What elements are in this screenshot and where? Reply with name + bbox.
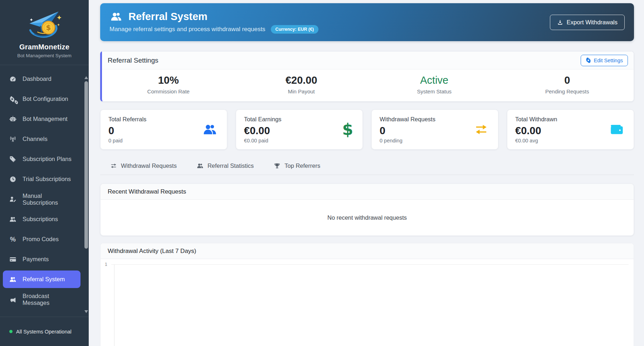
min-payout-stat: €20.00 Min Payout — [235, 74, 368, 94]
sidebar-item-subscription-plans[interactable]: Subscription Plans — [3, 150, 80, 168]
min-payout-value: €20.00 — [235, 74, 368, 86]
page-title: Referral System — [128, 11, 208, 23]
gear-icon — [586, 58, 591, 63]
withdrawal-activity-chart: 1 — [101, 259, 634, 346]
trophy-icon — [274, 162, 280, 169]
bullhorn-icon — [9, 295, 17, 304]
status-dot-icon — [9, 330, 13, 333]
system-status-label: All Systems Operational — [16, 329, 72, 335]
svg-text:$: $ — [46, 24, 51, 32]
sidebar-item-subscriptions[interactable]: Subscriptions — [3, 210, 80, 228]
export-withdrawals-button[interactable]: Export Withdrawals — [550, 15, 625, 30]
tab-label: Referral Statistics — [208, 162, 254, 169]
sidebar-item-dashboard[interactable]: Dashboard — [3, 70, 80, 88]
broadcast-tower-icon — [9, 135, 17, 143]
scrollbar-up-arrow-icon[interactable] — [84, 76, 88, 79]
pending-requests-value: 0 — [501, 74, 634, 86]
chart-y-axis — [114, 264, 114, 346]
page-header-banner: Referral System Manage referral settings… — [100, 3, 634, 41]
withdrawal-requests-sub: 0 pending — [380, 138, 490, 143]
tab-withdrawal-requests[interactable]: Withdrawal Requests — [110, 162, 177, 169]
content-tabs: Withdrawal Requests Referral Statistics … — [100, 162, 634, 175]
export-withdrawals-label: Export Withdrawals — [567, 19, 618, 26]
download-icon — [557, 19, 563, 25]
sidebar-item-promo-codes[interactable]: % Promo Codes — [3, 230, 80, 248]
sidebar-nav: Dashboard Bot Configuration Bot Manageme… — [0, 65, 89, 317]
sidebar-item-label: Broadcast Messages — [23, 293, 75, 306]
system-status-stat-label: System Status — [368, 88, 501, 94]
pending-requests-stat: 0 Pending Requests — [501, 74, 634, 94]
currency-badge: Currency: EUR (€) — [271, 25, 319, 34]
sidebar-item-bot-configuration[interactable]: Bot Configuration — [3, 90, 80, 108]
users-icon — [197, 162, 204, 169]
pending-requests-label: Pending Requests — [501, 88, 634, 94]
referral-settings-card: Referral Settings Edit Settings 10% Comm… — [100, 51, 634, 102]
total-earnings-sub: €0.00 paid — [244, 138, 355, 143]
sidebar-item-label: Subscription Plans — [23, 156, 72, 162]
users-icon — [203, 122, 218, 137]
users-icon — [9, 215, 17, 224]
sidebar-footer: All Systems Operational — [0, 317, 89, 346]
recent-withdrawal-empty-state: No recent withdrawal requests — [101, 200, 634, 235]
credit-card-icon — [9, 255, 17, 264]
commission-rate-label: Commission Rate — [102, 88, 235, 94]
robot-icon — [9, 115, 17, 123]
exchange-arrows-icon — [110, 162, 117, 169]
sidebar-item-label: Bot Configuration — [23, 96, 68, 102]
scrollbar-down-arrow-icon[interactable] — [84, 310, 88, 313]
brand: $ GramMonetize Bot Management System — [0, 0, 89, 65]
chart-y-tick: 1 — [105, 262, 107, 267]
main-content: Referral System Manage referral settings… — [89, 0, 644, 346]
sidebar-item-channels[interactable]: Channels — [3, 130, 80, 148]
gauge-icon — [9, 75, 17, 83]
total-earnings-title: Total Earnings — [244, 116, 355, 123]
sidebar-scrollbar — [84, 76, 88, 315]
users-icon — [109, 11, 123, 23]
tags-icon — [9, 155, 17, 164]
clock-icon — [9, 175, 17, 184]
dollar-sign-icon: $ — [342, 122, 353, 137]
brand-title: GramMonetize — [4, 43, 85, 51]
referral-settings-title: Referral Settings — [108, 57, 158, 64]
referral-settings-stats: 10% Commission Rate €20.00 Min Payout Ac… — [102, 69, 634, 101]
sidebar-item-trial-subscriptions[interactable]: Trial Subscriptions — [3, 170, 80, 188]
scrollbar-thumb[interactable] — [84, 81, 88, 249]
sidebar-item-manual-subscriptions[interactable]: Manual Subscriptions — [3, 190, 80, 208]
withdrawal-requests-card: Withdrawal Requests 0 0 pending — [371, 109, 498, 150]
sidebar-item-label: Subscriptions — [23, 216, 58, 223]
wallet-icon — [609, 122, 624, 137]
system-status-stat: Active System Status — [368, 74, 501, 94]
tab-label: Top Referrers — [284, 162, 320, 169]
sidebar-item-broadcast-messages[interactable]: Broadcast Messages — [3, 291, 80, 308]
user-pen-icon — [9, 195, 17, 204]
paper-plane-coin-logo-icon: $ — [26, 8, 63, 41]
withdrawal-activity-title: Withdrawal Activity (Last 7 Days) — [101, 243, 634, 259]
total-referrals-sub: 0 paid — [108, 138, 219, 143]
tab-referral-statistics[interactable]: Referral Statistics — [197, 162, 254, 169]
system-status-value: Active — [368, 74, 501, 86]
users-icon — [9, 275, 17, 284]
sidebar-item-label: Bot Management — [23, 116, 68, 122]
total-withdrawn-sub: €0.00 avg — [515, 138, 626, 143]
brand-subtitle: Bot Management System — [4, 53, 85, 58]
sidebar-item-label: Channels — [23, 136, 48, 142]
sidebar-item-label: Manual Subscriptions — [23, 193, 75, 206]
recent-withdrawal-requests-title: Recent Withdrawal Requests — [101, 184, 634, 200]
sidebar-item-payments[interactable]: Payments — [3, 250, 80, 268]
sidebar-item-label: Trial Subscriptions — [23, 176, 71, 182]
sidebar-item-label: Promo Codes — [23, 236, 59, 243]
withdrawal-activity-chart-card: Withdrawal Activity (Last 7 Days) 1 — [100, 243, 634, 346]
page-subtitle: Manage referral settings and process wit… — [109, 26, 265, 33]
tab-top-referrers[interactable]: Top Referrers — [274, 162, 320, 169]
sidebar: $ GramMonetize Bot Management System Das… — [0, 0, 89, 346]
percent-icon: % — [9, 235, 17, 244]
banner-left: Referral System Manage referral settings… — [109, 11, 318, 34]
sidebar-item-referral-system[interactable]: Referral System — [3, 271, 80, 288]
sidebar-item-bot-management[interactable]: Bot Management — [3, 110, 80, 128]
total-earnings-card: Total Earnings €0.00 €0.00 paid $ — [236, 109, 363, 150]
edit-settings-button[interactable]: Edit Settings — [581, 55, 628, 66]
sidebar-item-label: Dashboard — [23, 75, 52, 82]
commission-rate-stat: 10% Commission Rate — [102, 74, 235, 94]
tab-label: Withdrawal Requests — [121, 162, 177, 169]
total-referrals-card: Total Referrals 0 0 paid — [100, 109, 227, 150]
